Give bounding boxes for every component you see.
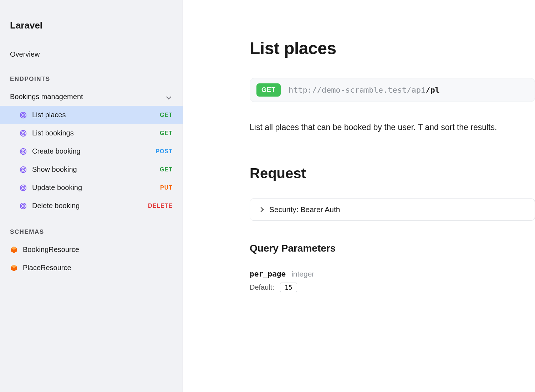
endpoint-method: GET	[160, 130, 173, 136]
box-icon	[10, 264, 18, 272]
query-params-heading: Query Parameters	[250, 243, 535, 254]
sidebar-overview-link[interactable]: Overview	[0, 47, 183, 62]
endpoint-label: Update booking	[32, 184, 82, 192]
svg-point-8	[22, 151, 24, 152]
request-heading: Request	[250, 165, 535, 181]
param-default-value: 15	[280, 283, 297, 292]
target-icon	[19, 202, 27, 210]
svg-point-14	[22, 187, 24, 189]
param-type: integer	[291, 270, 314, 278]
endpoint-url-bar: GET http://demo-scramble.test/api/pl	[250, 78, 535, 102]
sidebar-section-schemas: SCHEMAS	[0, 215, 183, 241]
svg-point-2	[22, 114, 24, 116]
endpoint-description: List all places that can be booked by th…	[250, 121, 535, 134]
param-default-row: Default: 15	[250, 283, 535, 292]
sidebar-group-label: Bookings management	[10, 93, 83, 101]
sidebar-endpoint-list-bookings[interactable]: List bookingsGET	[0, 124, 183, 142]
sidebar-endpoint-show-booking[interactable]: Show bookingGET	[0, 160, 183, 179]
endpoint-method: GET	[160, 112, 173, 118]
target-icon	[19, 166, 27, 174]
sidebar-endpoint-create-booking[interactable]: Create bookingPOST	[0, 142, 183, 160]
param-name: per_page	[250, 270, 286, 278]
chevron-right-icon	[259, 207, 264, 212]
brand-title: Laravel	[0, 20, 183, 47]
svg-point-5	[22, 133, 24, 134]
target-icon	[19, 129, 27, 137]
endpoint-url: http://demo-scramble.test/api/pl	[289, 86, 440, 94]
target-icon	[19, 184, 27, 192]
sidebar-endpoint-delete-booking[interactable]: Delete bookingDELETE	[0, 197, 183, 215]
schema-label: BookingResource	[23, 246, 79, 254]
sidebar: Laravel Overview ENDPOINTS Bookings mana…	[0, 0, 183, 392]
sidebar-endpoint-list-places[interactable]: List placesGET	[0, 106, 183, 124]
endpoint-label: List bookings	[32, 129, 74, 137]
target-icon	[19, 111, 27, 119]
endpoint-label: Delete booking	[32, 202, 80, 210]
query-param-per-page: per_page integer	[250, 270, 535, 278]
sidebar-schema-bookingresource[interactable]: BookingResource	[0, 241, 183, 259]
schema-label: PlaceResource	[23, 264, 71, 272]
sidebar-group-bookings[interactable]: Bookings management	[0, 88, 183, 106]
target-icon	[19, 148, 27, 155]
security-label: Security: Bearer Auth	[269, 205, 340, 214]
endpoint-label: List places	[32, 111, 66, 119]
page-title: List places	[250, 38, 535, 58]
sidebar-endpoint-update-booking[interactable]: Update bookingPUT	[0, 179, 183, 197]
endpoint-label: Show booking	[32, 165, 77, 174]
endpoint-method: GET	[160, 166, 173, 173]
endpoint-method: DELETE	[148, 203, 173, 209]
svg-point-11	[22, 169, 24, 170]
box-icon	[10, 246, 18, 254]
param-default-label: Default:	[250, 283, 274, 292]
sidebar-schema-placeresource[interactable]: PlaceResource	[0, 259, 183, 277]
main-content: List places GET http://demo-scramble.tes…	[183, 0, 535, 392]
svg-point-17	[22, 205, 24, 207]
method-badge: GET	[256, 83, 281, 97]
endpoint-method: PUT	[160, 185, 173, 191]
endpoint-label: Create booking	[32, 147, 81, 155]
sidebar-section-endpoints: ENDPOINTS	[0, 62, 183, 88]
security-bearer-toggle[interactable]: Security: Bearer Auth	[250, 198, 535, 221]
endpoint-method: POST	[156, 148, 173, 155]
chevron-down-icon	[166, 94, 171, 99]
